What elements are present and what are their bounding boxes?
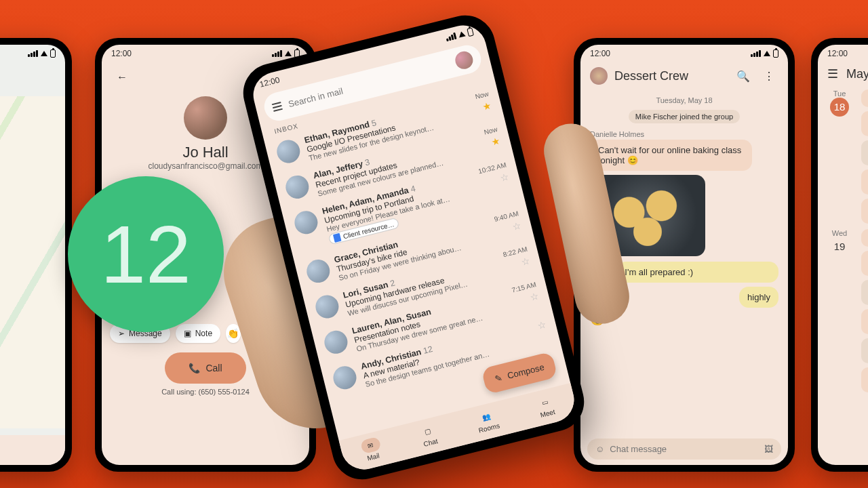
sender-avatar: [292, 209, 320, 237]
pencil-icon: ✎: [494, 372, 503, 384]
mail-time: Now: [484, 125, 498, 136]
attach-icon[interactable]: 🖼: [764, 444, 773, 454]
call-button[interactable]: 📞Call: [165, 352, 246, 384]
nav-mail[interactable]: ✉Mail: [359, 436, 383, 463]
day-column[interactable]: Tue18: [825, 89, 854, 224]
calendar-body: Tue18Zürich chProject10–10:30✔Final10:30…: [818, 87, 868, 395]
calendar-event[interactable]: ✔Upda2 PM: [861, 338, 868, 363]
calendar-event[interactable]: Dinner w5–7 PM Central: [861, 199, 868, 224]
day-number: 19: [830, 237, 849, 256]
call-label: Call: [205, 363, 222, 373]
sender-avatar: [283, 173, 311, 201]
day-column[interactable]: Wed19: [825, 229, 854, 392]
search-icon[interactable]: 🔍: [734, 66, 753, 85]
note-icon: ▣: [184, 329, 191, 338]
day-number: 18: [830, 98, 849, 117]
status-bar: 12:00: [0, 45, 65, 61]
back-icon[interactable]: ←: [113, 68, 132, 87]
status-bar: 12:00: [580, 45, 788, 61]
nav-meet[interactable]: ▭Meet: [534, 393, 557, 420]
clock: 12:00: [827, 49, 848, 58]
nav-chat-label: Chat: [422, 437, 438, 448]
nav-chat[interactable]: ▢Chat: [417, 422, 441, 449]
message-list: Ethan, Raymond 5Google I/O Presentations…: [264, 83, 561, 403]
menu-icon[interactable]: [272, 102, 283, 112]
sender-avatar: [275, 138, 302, 165]
chat-input[interactable]: ☺ Chat message 🖼: [587, 439, 781, 460]
sender-avatar: [313, 293, 341, 321]
map-canvas[interactable]: [0, 96, 65, 428]
star-icon[interactable]: ☆: [520, 255, 531, 268]
calendar-event[interactable]: Concer8–10:30: [861, 367, 868, 392]
star-icon[interactable]: ★: [481, 100, 492, 113]
send-icon: ➢: [118, 329, 125, 338]
phone-icon: 📞: [189, 363, 200, 373]
mail-time: Now: [475, 90, 490, 101]
note-button[interactable]: ▣Note: [176, 324, 220, 343]
dow: Tue: [825, 89, 854, 98]
dow: Wed: [825, 229, 854, 237]
gmail-bottom-nav: ✉Mail ▢Chat 👥Rooms ▭Meet: [339, 383, 579, 474]
calendar-phone: 12:00 ☰ May Tue18Zürich chProject10–10:3…: [811, 38, 868, 472]
star-icon[interactable]: ☆: [499, 171, 510, 184]
outgoing-message-1: I'm all prepared :): [616, 262, 778, 283]
nav-rooms[interactable]: 👥Rooms: [474, 407, 500, 434]
date-separator: Tuesday, May 18: [580, 96, 788, 104]
star-icon[interactable]: ☆: [536, 319, 547, 331]
calendar-event[interactable]: ✔Prep11 AM: [861, 280, 868, 305]
calendar-event[interactable]: Zürich ch: [861, 229, 868, 247]
note-label: Note: [195, 329, 212, 338]
maps-bottom-nav: 🔔Updates: [0, 435, 65, 465]
calendar-event[interactable]: ✔Final10:30 AM: [861, 140, 868, 165]
nav-mail-label: Mail: [366, 452, 380, 462]
badge-number: 12: [100, 207, 191, 301]
calendar-event[interactable]: Marketi12–3 PM: [861, 309, 868, 334]
sender-avatar: [304, 257, 332, 285]
star-icon[interactable]: ★: [490, 136, 501, 148]
sender-name: Danielle Holmes: [590, 130, 778, 138]
clock: 12:00: [111, 49, 132, 58]
star-icon[interactable]: ☆: [529, 291, 540, 304]
status-bar: 12:00: [818, 45, 868, 61]
compose-label: Compose: [507, 362, 546, 381]
system-message: Mike Fischer joined the group: [629, 110, 740, 123]
calendar-event[interactable]: Flight to7–9 AM Zürich: [861, 251, 868, 276]
nav-meet-label: Meet: [539, 408, 555, 419]
android-12-badge: 12: [68, 176, 224, 332]
calendar-event[interactable]: Project10–10:30: [861, 111, 868, 136]
incoming-message: Can't wait for our online baking class t…: [590, 140, 752, 171]
calendar-event[interactable]: Zürich ch: [861, 89, 868, 107]
cal-menu-icon[interactable]: ☰: [827, 66, 838, 81]
outgoing-message-2: highly: [739, 287, 778, 308]
maps-phone: 12:00 🎤 ☕ Coffee ⚗ ◈ ◎ ◆ 🔔Updates: [0, 38, 72, 472]
chat-placeholder: Chat message: [610, 444, 764, 454]
sender-avatar: [331, 364, 359, 392]
contact-avatar: [184, 96, 227, 140]
held-phone: 12:00 Search in mail INBOX Ethan, Raymon…: [244, 14, 597, 488]
star-icon[interactable]: ☆: [511, 220, 522, 232]
clock: 12:00: [258, 75, 281, 89]
calendar-month[interactable]: May: [846, 67, 868, 81]
chat-title: Dessert Crew: [614, 69, 727, 83]
calendar-event[interactable]: Store op2–3 PM: [861, 169, 868, 195]
more-icon[interactable]: ⋮: [760, 66, 778, 85]
account-avatar[interactable]: [454, 49, 475, 71]
sender-avatar: [322, 328, 350, 356]
